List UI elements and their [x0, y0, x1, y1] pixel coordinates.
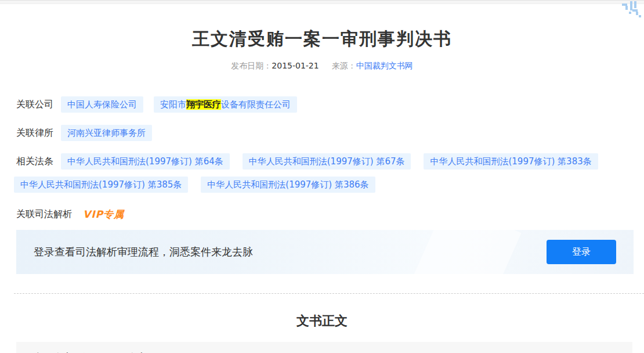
- related-companies-row: 关联公司 中国人寿保险公司 安阳市翔宇医疗设备有限责任公司: [16, 96, 634, 113]
- company-tag[interactable]: 安阳市翔宇医疗设备有限责任公司: [154, 96, 297, 113]
- vip-badge: VIP专属: [83, 208, 124, 221]
- company-name-highlight: 翔宇医疗: [186, 99, 221, 110]
- publish-date-label: 发布日期：: [231, 61, 272, 70]
- page-title: 王文清受贿一案一审刑事判决书: [0, 27, 644, 51]
- related-lawfirm-row: 关联律所 河南兴亚律师事务所: [16, 125, 634, 141]
- lawfirm-tag[interactable]: 河南兴亚律师事务所: [61, 125, 152, 141]
- judicial-analysis-label: 关联司法解析: [16, 208, 72, 221]
- law-tag[interactable]: 中华人民共和国刑法(1997修订) 第385条: [14, 176, 188, 193]
- company-tag[interactable]: 中国人寿保险公司: [61, 96, 143, 113]
- related-laws-row-1: 相关法条 中华人民共和国刑法(1997修订) 第64条 中华人民共和国刑法(19…: [16, 153, 634, 170]
- law-tag[interactable]: 中华人民共和国刑法(1997修订) 第383条: [424, 153, 598, 170]
- related-info-section: 关联公司 中国人寿保险公司 安阳市翔宇医疗设备有限责任公司 关联律所 河南兴亚律…: [16, 96, 634, 221]
- login-button[interactable]: 登录: [547, 240, 616, 264]
- login-banner-text: 登录查看司法解析审理流程，洞悉案件来龙去脉: [34, 245, 253, 259]
- document-body-heading: 文书正文: [0, 312, 644, 330]
- meta-line: 发布日期：2015-01-21来源：中国裁判文书网: [0, 61, 644, 71]
- related-lawfirm-label: 关联律所: [16, 127, 53, 139]
- company-name: 中国人寿保险公司: [67, 99, 137, 110]
- dashed-divider: [14, 293, 644, 294]
- related-laws-label: 相关法条: [16, 156, 53, 168]
- source-link[interactable]: 中国裁判文书网: [356, 61, 413, 70]
- law-tag[interactable]: 中华人民共和国刑法(1997修订) 第64条: [61, 153, 230, 170]
- related-laws-row-2: 中华人民共和国刑法(1997修订) 第385条 中华人民共和国刑法(1997修订…: [14, 176, 634, 193]
- document-body-box: 审理法院：安阳县人民法院: [16, 342, 632, 353]
- company-name-post: 设备有限责任公司: [221, 99, 291, 110]
- company-name-pre: 安阳市: [160, 99, 186, 110]
- source-label: 来源：: [332, 61, 356, 70]
- top-strip: [0, 0, 644, 4]
- law-tag[interactable]: 中华人民共和国刑法(1997修订) 第386条: [201, 176, 375, 193]
- publish-date-value: 2015-01-21: [272, 61, 319, 70]
- judicial-analysis-row: 关联司法解析 VIP专属: [16, 208, 634, 221]
- login-banner: 登录查看司法解析审理流程，洞悉案件来龙去脉 登录: [16, 230, 634, 274]
- corner-decoration-icon: [621, 1, 642, 21]
- related-companies-label: 关联公司: [16, 99, 53, 111]
- law-tag[interactable]: 中华人民共和国刑法(1997修订) 第67条: [243, 153, 411, 170]
